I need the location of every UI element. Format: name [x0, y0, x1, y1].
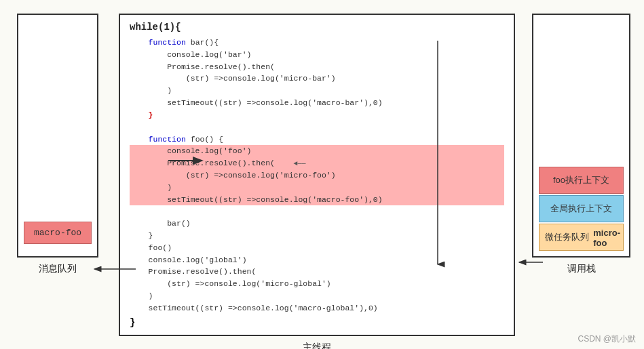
main-thread-box: while(1){ function bar(){ console.log('b…: [119, 14, 515, 336]
main-thread-label: 主线程: [303, 342, 331, 349]
code-line: setTimeout((str) =>console.log('macro-gl…: [130, 302, 504, 314]
message-queue-box: macro-foo: [17, 14, 98, 258]
code-line-highlighted: console.log('foo'): [130, 145, 504, 157]
code-line: [130, 205, 504, 218]
code-line-highlighted: ): [130, 182, 504, 194]
code-line: foo(): [130, 242, 504, 254]
micro-foo-label: micro-foo: [593, 228, 620, 249]
code-line: }: [130, 109, 504, 121]
stack-item-global: 全局执行上下文: [539, 195, 624, 222]
code-line-highlighted: setTimeout((str) =>console.log('macro-fo…: [130, 194, 504, 206]
watermark: CSDN @凯小默: [577, 333, 636, 345]
while-title: while(1){: [130, 22, 504, 33]
code-line-highlighted: Promise.resolve().then( ◄——: [130, 157, 504, 169]
code-line: Promise.resolve().then(: [130, 266, 504, 278]
code-line: (str) =>console.log('micro-global'): [130, 278, 504, 290]
call-stack-panel: foo执行上下文 全局执行上下文 微任务队列 micro-foo 调用栈: [529, 14, 634, 275]
stack-item-foo: foo执行上下文: [539, 167, 624, 194]
code-line: Promise.resolve().then(: [130, 61, 504, 73]
message-queue-label: 消息队列: [39, 263, 77, 275]
code-line: console.log('global'): [130, 254, 504, 266]
code-line: function foo() {: [130, 134, 504, 146]
main-container: macro-foo 消息队列 while(1){ function bar(){…: [0, 0, 644, 349]
main-thread-panel: while(1){ function bar(){ console.log('b…: [119, 14, 515, 349]
code-line: setTimeout((str) =>console.log('macro-ba…: [130, 97, 504, 109]
code-line: [130, 121, 504, 134]
closing-brace: }: [130, 317, 504, 328]
code-line: ): [130, 290, 504, 302]
code-line: (str) =>console.log('micro-bar'): [130, 73, 504, 85]
code-block: function bar(){ console.log('bar') Promi…: [130, 37, 504, 314]
macro-foo-item: macro-foo: [24, 222, 92, 244]
message-queue-panel: macro-foo 消息队列: [10, 14, 105, 275]
code-line: function bar(){: [130, 37, 504, 49]
call-stack-box: foo执行上下文 全局执行上下文 微任务队列 micro-foo: [532, 14, 630, 258]
stack-item-micro: 微任务队列 micro-foo: [539, 224, 624, 251]
code-line-highlighted: (str) =>console.log('micro-foo'): [130, 169, 504, 182]
code-line: console.log('bar'): [130, 49, 504, 61]
code-line: bar(): [130, 218, 504, 230]
call-stack-label: 调用栈: [567, 263, 596, 275]
code-line: ): [130, 85, 504, 97]
code-line: }: [130, 230, 504, 242]
